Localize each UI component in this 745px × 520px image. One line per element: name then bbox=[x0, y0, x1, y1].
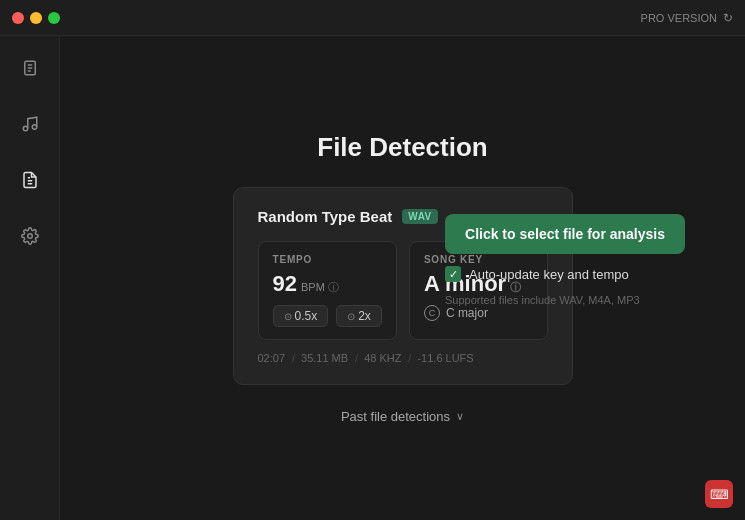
svg-point-5 bbox=[32, 125, 37, 130]
right-panel: Click to select file for analysis ✓ Auto… bbox=[445, 214, 685, 306]
double-speed-button[interactable]: ⊙ 2x bbox=[336, 305, 382, 327]
double-speed-icon: ⊙ bbox=[347, 311, 355, 322]
past-detections-row[interactable]: Past file detections ∨ bbox=[341, 409, 464, 424]
meta-duration: 02:07 bbox=[258, 352, 286, 364]
key-sub-row: C C major bbox=[424, 305, 533, 321]
supported-files-text: Supported files include WAV, M4A, MP3 bbox=[445, 294, 640, 306]
file-meta: 02:07 35.11 MB 48 KHZ -11.6 LUFS bbox=[258, 352, 548, 364]
maximize-button[interactable] bbox=[48, 12, 60, 24]
tempo-label: TEMPO bbox=[273, 254, 382, 265]
speed-row: ⊙ 0.5x ⊙ 2x bbox=[273, 305, 382, 327]
svg-point-8 bbox=[27, 234, 32, 239]
refresh-icon: ↻ bbox=[723, 11, 733, 25]
sidebar-settings-icon[interactable] bbox=[14, 220, 46, 252]
sidebar-file-detect-icon[interactable] bbox=[14, 164, 46, 196]
meta-size: 35.11 MB bbox=[301, 352, 348, 364]
sidebar bbox=[0, 36, 60, 520]
tempo-unit: BPM ⓘ bbox=[301, 280, 339, 295]
chevron-down-icon: ∨ bbox=[456, 410, 464, 423]
titlebar: PRO VERSION ↻ bbox=[0, 0, 745, 36]
window-controls bbox=[12, 12, 60, 24]
auto-update-row[interactable]: ✓ Auto-update key and tempo bbox=[445, 266, 629, 282]
half-speed-button[interactable]: ⊙ 0.5x bbox=[273, 305, 329, 327]
select-file-button[interactable]: Click to select file for analysis bbox=[445, 214, 685, 254]
sidebar-document-icon[interactable] bbox=[14, 52, 46, 84]
auto-update-checkbox[interactable]: ✓ bbox=[445, 266, 461, 282]
sidebar-music-icon[interactable] bbox=[14, 108, 46, 140]
minimize-button[interactable] bbox=[30, 12, 42, 24]
file-name: Random Type Beat bbox=[258, 208, 393, 225]
keyboard-icon[interactable]: ⌨ bbox=[705, 480, 733, 508]
past-detections-label: Past file detections bbox=[341, 409, 450, 424]
tempo-box: TEMPO 92 BPM ⓘ ⊙ 0.5x ⊙ 2x bbox=[258, 241, 397, 340]
svg-point-4 bbox=[23, 126, 28, 131]
meta-sample-rate: 48 KHZ bbox=[364, 352, 401, 364]
file-format-badge: WAV bbox=[402, 209, 438, 224]
close-button[interactable] bbox=[12, 12, 24, 24]
tempo-info-icon[interactable]: ⓘ bbox=[328, 281, 339, 293]
c-circle-icon: C bbox=[424, 305, 440, 321]
pro-version-text: PRO VERSION bbox=[641, 12, 717, 24]
pro-version-label[interactable]: PRO VERSION ↻ bbox=[641, 11, 733, 25]
song-key-secondary: C major bbox=[446, 306, 488, 320]
half-speed-icon: ⊙ bbox=[284, 311, 292, 322]
tempo-value: 92 BPM ⓘ bbox=[273, 271, 382, 297]
tempo-number: 92 bbox=[273, 271, 297, 297]
page-title: File Detection bbox=[317, 132, 487, 163]
meta-lufs: -11.6 LUFS bbox=[417, 352, 473, 364]
auto-update-label: Auto-update key and tempo bbox=[469, 267, 629, 282]
